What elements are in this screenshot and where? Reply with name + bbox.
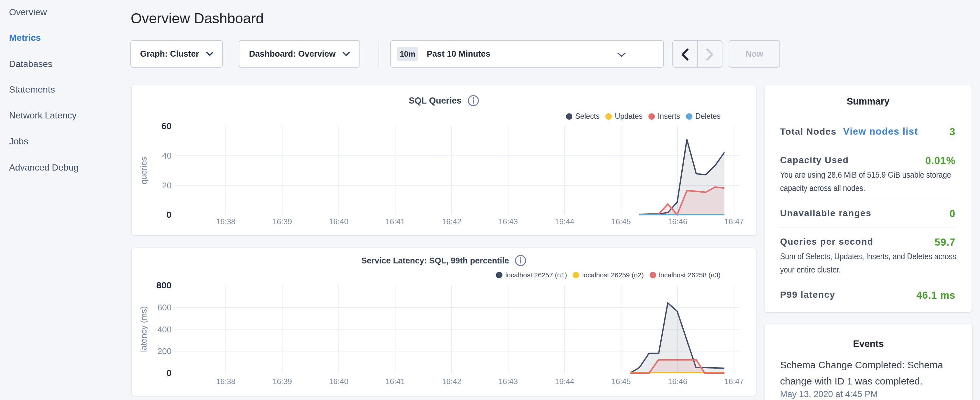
svg-text:16:38: 16:38 (216, 377, 235, 386)
svg-text:16:45: 16:45 (611, 377, 631, 386)
svg-text:16:39: 16:39 (272, 377, 292, 386)
svg-text:60: 60 (161, 121, 172, 131)
svg-text:16:38: 16:38 (216, 217, 235, 226)
svg-text:queries: queries (139, 157, 148, 184)
svg-text:16:40: 16:40 (329, 217, 348, 226)
svg-text:16:47: 16:47 (724, 377, 744, 386)
svg-text:16:44: 16:44 (555, 377, 574, 386)
svg-text:16:42: 16:42 (442, 217, 461, 226)
svg-text:16:43: 16:43 (498, 377, 518, 386)
svg-text:40: 40 (162, 151, 172, 161)
svg-text:200: 200 (158, 346, 172, 356)
svg-text:16:41: 16:41 (385, 217, 405, 226)
svg-text:16:43: 16:43 (498, 217, 518, 226)
svg-text:16:40: 16:40 (329, 377, 348, 386)
svg-text:600: 600 (158, 303, 172, 312)
svg-text:800: 800 (156, 280, 172, 290)
svg-text:20: 20 (162, 180, 172, 190)
svg-text:latency (ms): latency (ms) (139, 306, 148, 352)
svg-text:16:41: 16:41 (385, 377, 405, 386)
svg-text:16:45: 16:45 (611, 217, 631, 226)
svg-text:16:46: 16:46 (668, 217, 687, 226)
svg-text:16:39: 16:39 (272, 217, 292, 226)
svg-text:16:44: 16:44 (555, 217, 574, 226)
svg-text:400: 400 (158, 325, 172, 334)
svg-text:16:42: 16:42 (442, 377, 461, 386)
svg-text:16:46: 16:46 (668, 377, 687, 386)
svg-text:0: 0 (166, 368, 172, 378)
svg-text:0: 0 (166, 210, 172, 220)
svg-text:16:47: 16:47 (724, 217, 744, 226)
